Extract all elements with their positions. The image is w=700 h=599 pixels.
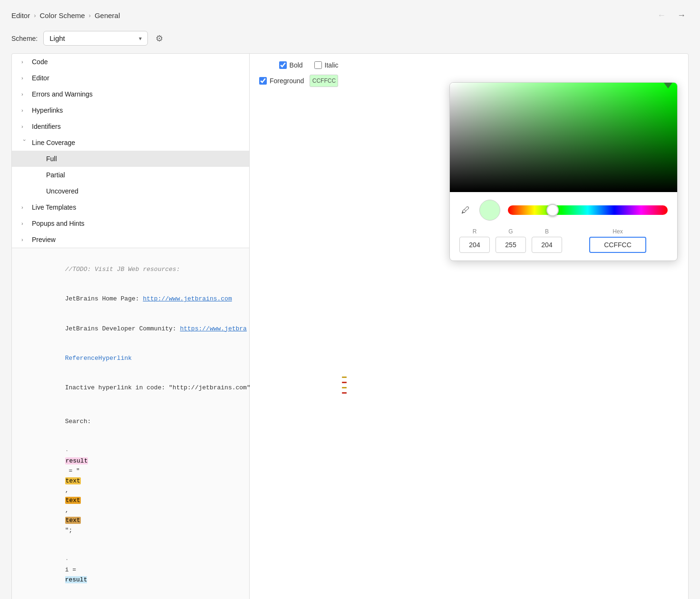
sidebar-item-popups-label: Popups and Hints (32, 220, 85, 227)
bold-label: Bold (290, 61, 303, 69)
r-label: R (473, 228, 477, 235)
foreground-checkbox[interactable] (259, 77, 267, 85)
g-label: G (508, 228, 513, 235)
italic-checkbox-label[interactable]: Italic (314, 61, 339, 69)
b-channel-group: B (532, 228, 562, 253)
color-pointer-icon (664, 83, 672, 88)
hex-label: Hex (612, 228, 622, 235)
hex-group: Hex (568, 228, 668, 253)
g-input[interactable] (496, 237, 526, 253)
sidebar-item-errors[interactable]: › Errors and Warnings (12, 86, 249, 102)
sidebar-item-partial[interactable]: › Partial (12, 167, 249, 183)
chevron-right-icon: › (21, 91, 28, 97)
scroll-mark-red-1 (342, 382, 347, 383)
preview-inactive-link: Inactive hyperlink in code: "http://jetb… (20, 374, 241, 403)
chevron-right-icon: › (21, 221, 28, 226)
color-picker-popup: 🖊 R (449, 82, 678, 261)
highlight-result: result (65, 457, 88, 464)
sidebar-item-popups[interactable]: › Popups and Hints (12, 215, 249, 232)
breadcrumb-sep-1: › (34, 12, 36, 19)
sidebar-item-editor-label: Editor (32, 74, 49, 82)
b-input[interactable] (532, 237, 562, 253)
svg-rect-1 (450, 83, 677, 192)
chevron-right-icon: › (21, 124, 28, 129)
sidebar-item-code[interactable]: › Code (12, 54, 249, 70)
breadcrumb-colorscheme[interactable]: Color Scheme (40, 11, 85, 19)
sidebar-item-uncovered[interactable]: › Uncovered (12, 183, 249, 199)
scheme-select[interactable]: Light ▾ (43, 31, 148, 46)
sidebar-item-hyperlinks[interactable]: › Hyperlinks (12, 102, 249, 118)
chevron-right-icon: › (21, 59, 28, 65)
bold-checkbox[interactable] (279, 61, 287, 69)
sidebar-item-partial-label: Partial (46, 171, 65, 179)
foreground-checkbox-label[interactable]: Foreground (259, 77, 304, 85)
scheme-select-value: Light (49, 34, 65, 42)
sidebar-item-line-coverage-label: Line Coverage (32, 139, 75, 146)
sidebar-item-preview[interactable]: › Preview (12, 232, 249, 248)
nav-arrows: ← → (654, 10, 689, 21)
scheme-row: Scheme: Light ▾ ⚙ (11, 31, 689, 46)
breadcrumb: Editor › Color Scheme › General ← → (11, 8, 689, 21)
preview-ref-hyperlink: ReferenceHyperlink (20, 344, 241, 373)
foreground-color-swatch[interactable]: CCFFCC (310, 75, 338, 87)
main-panel: › Code › Editor › Errors and Warnings › … (11, 53, 689, 599)
highlight-text-3: text (65, 517, 81, 524)
sidebar-item-uncovered-label: Uncovered (46, 187, 78, 195)
sidebar-item-editor[interactable]: › Editor (12, 70, 249, 86)
hue-thumb (546, 204, 559, 216)
scheme-label: Scheme: (11, 35, 38, 42)
r-input[interactable] (459, 237, 490, 253)
chevron-right-icon: › (21, 204, 28, 210)
picker-controls-row: 🖊 (459, 200, 668, 221)
code-preview: //TODO: Visit JB Web resources: JetBrain… (12, 248, 249, 599)
nav-back-button[interactable]: ← (654, 10, 669, 21)
sidebar-item-identifiers[interactable]: › Identifiers (12, 118, 249, 135)
scroll-mark-yellow-2 (342, 387, 347, 388)
checkbox-row: Bold Italic (259, 61, 338, 69)
hue-slider[interactable] (508, 205, 668, 215)
breadcrumb-editor[interactable]: Editor (11, 11, 30, 19)
highlight-text-1: text (65, 477, 81, 484)
foreground-color-value: CCFFCC (312, 77, 336, 84)
preview-code-2: · i = result (20, 545, 241, 595)
sidebar-item-errors-label: Errors and Warnings (32, 90, 93, 98)
hex-input[interactable] (589, 237, 646, 253)
picker-bottom: 🖊 R (450, 192, 677, 261)
devcom-link[interactable]: https://www.jetbra (180, 325, 246, 332)
bold-checkbox-label[interactable]: Bold (279, 61, 303, 69)
highlight-result-var: result (65, 576, 88, 583)
scroll-mark-red-2 (342, 392, 347, 394)
preview-code-1: · result = " text , text , text "; (20, 436, 241, 545)
breadcrumb-general[interactable]: General (95, 11, 120, 19)
gradient-svg (450, 83, 677, 192)
italic-checkbox[interactable] (314, 61, 322, 69)
full-content: › Code › Editor › Errors and Warnings › … (12, 54, 348, 599)
preview-homepage: JetBrains Home Page: http://www.jetbrain… (20, 284, 241, 314)
sidebar-item-line-coverage[interactable]: › Line Coverage (12, 135, 249, 151)
chevron-down-icon: › (22, 139, 28, 146)
sidebar-item-full-label: Full (46, 155, 57, 163)
rgb-hex-row: R G B Hex (459, 228, 668, 253)
preview-todo: //TODO: Visit JB Web resources: (20, 255, 241, 284)
preview-code-3: · return i; (20, 595, 241, 599)
sidebar-item-code-label: Code (32, 58, 48, 66)
nav-forward-button[interactable]: → (674, 10, 689, 21)
eyedropper-button[interactable]: 🖊 (459, 203, 472, 217)
gear-icon[interactable]: ⚙ (154, 31, 165, 46)
sidebar-item-live-templates[interactable]: › Live Templates (12, 199, 249, 215)
foreground-row: Foreground CCFFCC (259, 75, 338, 87)
scroll-mark-yellow-1 (342, 377, 347, 378)
g-channel-group: G (496, 228, 526, 253)
chevron-right-icon: › (21, 107, 28, 113)
sidebar-item-full[interactable]: › Full (12, 151, 249, 167)
homepage-link[interactable]: http://www.jetbrains.com (143, 295, 232, 302)
foreground-label: Foreground (270, 77, 304, 85)
b-label: B (545, 228, 549, 235)
sidebar-item-hyperlinks-label: Hyperlinks (32, 106, 63, 114)
sidebar-item-identifiers-label: Identifiers (32, 123, 61, 130)
scroll-indicators (342, 377, 347, 394)
highlight-text-2: text (65, 497, 81, 504)
color-preview-circle (479, 200, 500, 221)
italic-label: Italic (325, 61, 339, 69)
color-gradient-area[interactable] (450, 83, 677, 192)
